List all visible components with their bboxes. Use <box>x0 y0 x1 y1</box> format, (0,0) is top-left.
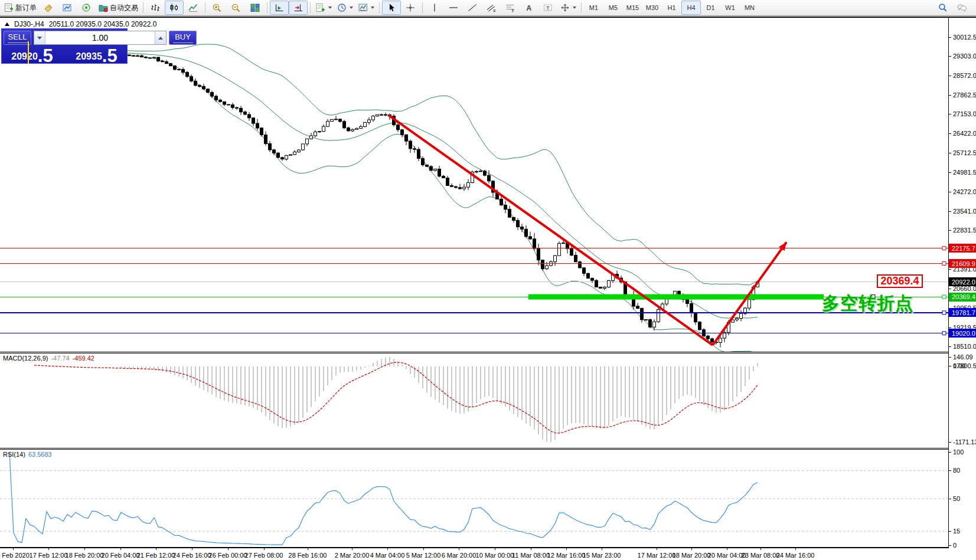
rsi-pane-canvas[interactable] <box>0 450 948 547</box>
dropdown-caret-icon[interactable] <box>328 6 332 9</box>
dropdown-caret-icon[interactable] <box>350 6 353 9</box>
price-tick-label: 30012.5 <box>953 34 976 41</box>
toolbar-separator <box>310 2 311 13</box>
time-tick-label: 5 Mar 12:00 <box>406 552 441 559</box>
collapse-triangle-icon[interactable] <box>5 22 9 26</box>
toolbar-button-label: MN <box>745 4 755 11</box>
market-watch-button[interactable] <box>58 1 77 15</box>
dropdown-caret-icon[interactable] <box>573 6 576 9</box>
time-tick-label: 28 Feb 16:00 <box>289 552 327 559</box>
button-underline <box>173 42 193 43</box>
time-tick-mark <box>691 548 692 550</box>
channel-button[interactable]: E <box>482 1 501 15</box>
volume-decrease-button[interactable] <box>34 31 45 44</box>
shapes-button[interactable] <box>557 1 579 15</box>
macd-pane-canvas[interactable] <box>0 353 948 448</box>
text-button[interactable]: A <box>520 1 538 15</box>
tf-m1-button[interactable]: M1 <box>584 1 603 15</box>
price-tick-label: 24272.0 <box>953 188 976 196</box>
zoom-in-button[interactable] <box>208 1 227 15</box>
time-tick-label: 2 Mar 20:00 <box>335 552 370 559</box>
new-order-button[interactable]: 新订单 <box>1 1 39 15</box>
radar-button[interactable] <box>77 1 96 15</box>
time-axis[interactable]: 4 Feb 202017 Feb 12:0018 Feb 20:0020 Feb… <box>0 548 976 560</box>
buy-price[interactable]: 20935 .5 <box>68 46 125 63</box>
price-tick-mark <box>949 346 951 347</box>
time-tick-mark <box>760 548 761 550</box>
trendline-icon <box>467 3 478 12</box>
tf-m15-button[interactable]: M15 <box>623 1 642 15</box>
zoom-out-button[interactable] <box>227 1 246 15</box>
bar-chart-button[interactable] <box>146 1 165 15</box>
price-tick-mark <box>949 328 951 328</box>
tile-windows-button[interactable] <box>246 1 265 15</box>
level-price-box[interactable]: 20369.4 <box>877 274 923 288</box>
pivot-annotation-text[interactable]: 多空转折点 <box>822 294 913 313</box>
cursor-button[interactable] <box>382 1 401 15</box>
price-highlight-label: 19781.7 <box>949 308 976 317</box>
pane-separator[interactable] <box>0 448 976 450</box>
hline-icon <box>448 3 459 12</box>
bar-chart-icon <box>150 3 161 12</box>
algo-trading-button[interactable]: 自动交易 <box>96 1 141 15</box>
trendline-button[interactable] <box>463 1 482 15</box>
volume-input[interactable] <box>45 31 155 44</box>
price-tick-mark <box>949 230 951 231</box>
candlestick-button[interactable] <box>165 1 184 15</box>
tf-d1-button[interactable]: D1 <box>701 1 720 15</box>
auto-scroll-button[interactable] <box>270 1 289 15</box>
rsi-axis-label: 50 <box>953 495 960 503</box>
tf-h1-button[interactable]: H1 <box>662 1 681 15</box>
price-highlight-label: 22175.7 <box>949 244 976 253</box>
price-axis[interactable]: 30012.529303.028572.027862.527153.026422… <box>949 18 976 548</box>
pane-separator[interactable] <box>0 352 976 353</box>
periods-icon <box>337 3 347 12</box>
chart-shift-button[interactable] <box>289 1 308 15</box>
tf-m30-button[interactable]: M30 <box>642 1 662 15</box>
time-tick-mark <box>602 548 602 550</box>
vline-icon <box>429 3 440 12</box>
price-tick-mark <box>949 172 951 173</box>
templates-button[interactable] <box>355 1 377 15</box>
search-icon <box>938 3 948 12</box>
label-button[interactable]: T <box>538 1 557 15</box>
time-tick-label: 18 Mar 20:00 <box>673 552 711 559</box>
main-chart-canvas[interactable] <box>0 18 948 352</box>
macd-name: MACD(12,26,9) <box>3 355 48 362</box>
dropdown-caret-icon[interactable] <box>371 6 374 9</box>
rsi-tick-mark <box>949 470 951 471</box>
buy-button[interactable]: BUY <box>169 31 197 45</box>
tf-h4-button[interactable]: H4 <box>681 1 701 15</box>
tf-w1-button[interactable]: W1 <box>720 1 740 15</box>
up-arrow-icon <box>158 37 163 40</box>
volume-increase-button[interactable] <box>155 31 166 44</box>
svg-text:T: T <box>546 5 550 11</box>
ticket-button[interactable] <box>39 1 58 15</box>
chat-button[interactable] <box>952 1 971 15</box>
rsi-value: 63.5683 <box>28 451 52 458</box>
tf-m5-button[interactable]: M5 <box>603 1 623 15</box>
line-chart-button[interactable] <box>184 1 203 15</box>
time-tick-mark <box>192 548 192 550</box>
market-watch-icon <box>62 3 73 12</box>
toolbar-button-label: W1 <box>725 4 735 11</box>
horizontal-line-button[interactable] <box>444 1 463 15</box>
vertical-line-button[interactable] <box>425 1 444 15</box>
crosshair-button[interactable] <box>401 1 420 15</box>
time-tick-label: 17 Mar 12:00 <box>638 552 676 559</box>
toolbar-separator <box>422 2 423 13</box>
toolbar-main: 新订单自动交易EFATM1M5M15M30H1H4D1W1MN <box>0 0 933 16</box>
toolbar-separator <box>205 2 205 13</box>
price-highlight-label: 20369.4 <box>949 293 976 302</box>
sell-button[interactable]: SELL <box>4 31 31 45</box>
ticket-icon <box>43 3 54 12</box>
indicators-button[interactable] <box>313 1 334 15</box>
price-tick-label: 26422.0 <box>953 130 976 137</box>
tile-windows-icon <box>250 3 260 12</box>
tf-mn-button[interactable]: MN <box>740 1 759 15</box>
periods-button[interactable] <box>334 1 355 15</box>
fibonacci-button[interactable]: F <box>501 1 520 15</box>
search-button[interactable] <box>933 1 952 15</box>
time-tick-mark <box>48 548 49 550</box>
sell-price[interactable]: 20920 .5 <box>4 46 61 63</box>
